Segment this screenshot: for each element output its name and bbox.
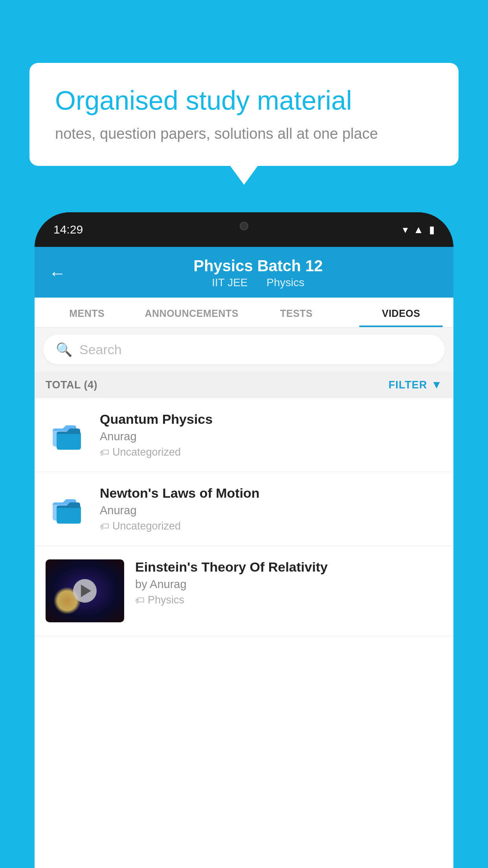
video-info: Einstein's Theory Of Relativity by Anura… (135, 559, 328, 606)
tab-videos[interactable]: VIDEOS (349, 298, 454, 327)
video-author: Anurag (100, 430, 442, 443)
video-info: Quantum Physics Anurag 🏷 Uncategorized (100, 412, 442, 458)
list-item[interactable]: Einstein's Theory Of Relativity by Anura… (35, 546, 453, 636)
tag-label: Uncategorized (112, 520, 181, 532)
filter-bar: TOTAL (4) FILTER ▼ (35, 371, 453, 398)
video-list: Quantum Physics Anurag 🏷 Uncategorized (35, 398, 453, 636)
status-icons: ▾ ▲ ▮ (403, 224, 435, 236)
search-input-wrapper[interactable]: 🔍 Search (43, 335, 445, 364)
phone-frame: 14:29 ▾ ▲ ▮ ← Physics Batch 12 IIT JEE P… (35, 212, 453, 868)
app-screen: ← Physics Batch 12 IIT JEE Physics MENTS… (35, 247, 453, 868)
header-subtitle-part2: Physics (266, 276, 304, 289)
tab-announcements[interactable]: ANNOUNCEMENTS (139, 298, 244, 327)
video-title: Newton's Laws of Motion (100, 485, 442, 501)
signal-icon: ▲ (413, 224, 424, 236)
filter-button[interactable]: FILTER ▼ (389, 379, 442, 391)
list-item[interactable]: Quantum Physics Anurag 🏷 Uncategorized (35, 398, 453, 472)
wifi-icon: ▾ (403, 224, 408, 236)
speech-bubble-title: Organised study material (55, 85, 433, 117)
tab-documents[interactable]: MENTS (35, 298, 139, 327)
app-header: ← Physics Batch 12 IIT JEE Physics (35, 247, 453, 298)
video-thumbnail (46, 414, 89, 457)
camera-notch (240, 222, 248, 230)
play-triangle-icon (81, 585, 91, 597)
speech-bubble: Organised study material notes, question… (29, 63, 459, 166)
video-tag: 🏷 Uncategorized (100, 446, 442, 458)
tag-label: Physics (148, 594, 184, 606)
folder-icon (50, 491, 85, 527)
video-info: Newton's Laws of Motion Anurag 🏷 Uncateg… (100, 485, 442, 532)
video-title: Quantum Physics (100, 412, 442, 427)
video-author: by Anurag (135, 578, 328, 591)
header-subtitle-part1: IIT JEE (212, 276, 248, 289)
status-bar: 14:29 ▾ ▲ ▮ (35, 212, 453, 247)
video-tag: 🏷 Physics (135, 594, 328, 606)
folder-icon (50, 417, 85, 453)
list-item[interactable]: Newton's Laws of Motion Anurag 🏷 Uncateg… (35, 472, 453, 546)
back-button[interactable]: ← (49, 263, 66, 283)
header-title: Physics Batch 12 (77, 257, 439, 275)
total-count: TOTAL (4) (46, 379, 97, 391)
svg-rect-1 (57, 432, 81, 450)
tag-label: Uncategorized (112, 446, 181, 458)
video-thumbnail-image (46, 559, 124, 622)
video-author: Anurag (100, 504, 442, 517)
notch (201, 212, 287, 240)
video-tag: 🏷 Uncategorized (100, 520, 442, 532)
tab-bar: MENTS ANNOUNCEMENTS TESTS VIDEOS (35, 298, 453, 327)
search-placeholder: Search (79, 342, 122, 357)
tag-icon: 🏷 (100, 521, 109, 532)
battery-icon: ▮ (429, 224, 435, 236)
header-title-group: Physics Batch 12 IIT JEE Physics (77, 257, 439, 289)
speech-bubble-subtitle: notes, question papers, solutions all at… (55, 125, 433, 142)
search-icon: 🔍 (56, 342, 72, 357)
filter-icon: ▼ (431, 379, 442, 391)
play-button[interactable] (73, 579, 97, 603)
video-thumbnail (46, 487, 89, 531)
filter-label: FILTER (389, 379, 427, 391)
header-subtitle: IIT JEE Physics (77, 276, 439, 289)
video-title: Einstein's Theory Of Relativity (135, 559, 328, 575)
tag-icon: 🏷 (135, 595, 145, 606)
svg-rect-3 (57, 506, 81, 524)
search-bar-container: 🔍 Search (35, 327, 453, 371)
tab-tests[interactable]: TESTS (244, 298, 349, 327)
tag-icon: 🏷 (100, 447, 109, 458)
status-time: 14:29 (53, 223, 83, 236)
